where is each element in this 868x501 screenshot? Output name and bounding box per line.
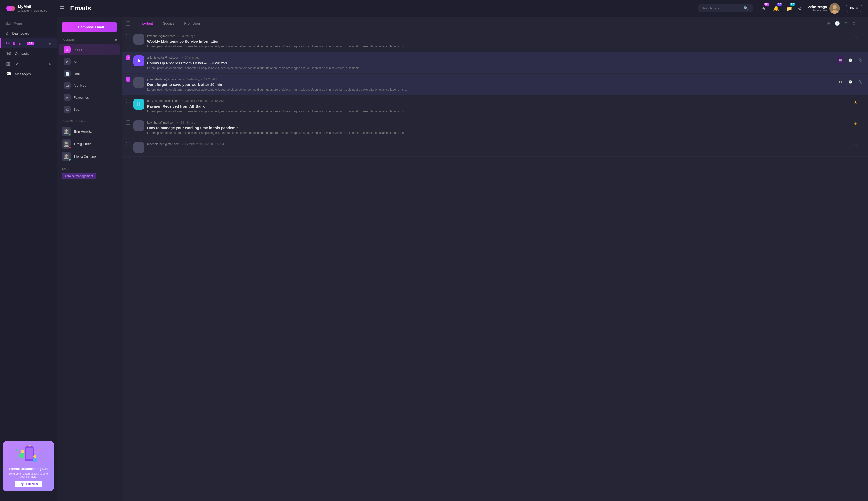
draft-folder-icon: 📄 [64,70,71,77]
compose-button[interactable]: + Compose Email [62,22,117,32]
table-row[interactable]: kevinhard@mail.com • 24 min ago Weekly M… [122,30,868,52]
friend-item-erin[interactable]: Erin Herwitz [62,125,117,138]
view-icon[interactable]: ⊞ [827,21,831,26]
friend-img-craig [64,141,69,147]
email-body-3: joannahsitepu@mail.com • Yesterday, at 1… [147,77,834,92]
email-actions-1: ☆ ⋮ [854,35,864,40]
email-checkbox-5[interactable] [126,120,130,125]
table-row[interactable]: kevinhard@mail.com • 24 min ago How to m… [122,117,868,138]
tags-title: TAGS [62,168,117,170]
svg-point-14 [15,457,19,461]
clock-icon-2: 🕐 [848,58,852,62]
friend-item-craig[interactable]: Craig Curtis [62,138,117,150]
star-nav-button[interactable]: ★ 38 [759,4,768,13]
hamburger-icon[interactable]: ☰ [60,6,64,11]
folder-item-archived[interactable]: 🗃 Archived [59,80,119,91]
sidebar-item-dashboard[interactable]: ⌂ Dashboard [0,28,57,38]
sidebar-label-email: Email [13,42,22,45]
settings-tab-icon[interactable]: ⚙ [852,21,856,26]
sidebar-label-event: Event [14,62,23,66]
folder-label-spam: Spam [74,108,82,111]
email-checkbox-4[interactable] [126,99,130,103]
more-action-1[interactable]: ⋮ [860,35,864,40]
settings-icon[interactable]: ⚙ [798,6,802,11]
sidebar-item-event[interactable]: ▦ Event ▶ [0,58,57,69]
friend-avatar-kierra [62,152,71,161]
email-checkbox-2[interactable] [126,55,130,60]
messages-icon: 💬 [6,71,11,76]
svg-point-18 [39,455,40,456]
brand-subtitle: Email Admin Dashboard [18,9,47,12]
language-button[interactable]: EN ▾ [846,5,862,12]
archive-action-2[interactable]: ⊡ [837,56,844,64]
folder-item-spam[interactable]: ⚠ Spam [59,104,119,115]
table-row[interactable]: joannahsitepu@mail.com • Yesterday, at 1… [122,74,868,95]
tab-socials[interactable]: Socials [158,17,179,30]
folder-badge: 67 [790,3,795,6]
attachment-action-2[interactable]: 📎 [857,56,864,64]
friend-item-kierra[interactable]: Kierra Culhane [62,150,117,162]
email-checkbox-1[interactable] [126,34,130,38]
clock-action-3[interactable]: 🕐 [847,78,854,85]
clock-icon[interactable]: 🕐 [835,21,840,26]
email-checkbox-3[interactable] [126,77,130,82]
recent-friends-section: RECENT FRIENDS Erin Herwitz [57,115,122,164]
email-avatar-4: H [133,99,144,109]
bell-icon: 🔔 [773,6,780,11]
search-icon[interactable]: 🔍 [743,6,749,11]
master-checkbox[interactable] [126,21,130,26]
folders-expand-icon[interactable]: » [115,37,117,42]
star-action-5[interactable]: ★ [854,121,857,127]
sidebar-item-email[interactable]: ✉ Email 38 ▶ [0,38,57,49]
more-action-5[interactable]: ⋮ [860,121,864,127]
star-action-1[interactable]: ☆ [854,35,857,40]
more-action-6[interactable]: ⋮ [860,143,864,148]
clock-action-2[interactable]: 🕐 [847,56,854,64]
email-time-2: 24 min ago [185,56,199,60]
archive-action-3[interactable]: ⊡ [837,78,844,85]
trash-icon[interactable]: 🗑 [844,21,848,26]
email-from-2: allientstudios@mail.com [147,56,180,60]
email-time-6: October 25th, 2020 08:55 AM [185,142,224,146]
folder-nav-button[interactable]: 📁 67 [785,4,794,13]
star-action-6[interactable]: ☆ [854,143,857,148]
chevron-down-icon: ▾ [856,7,858,10]
star-action-4[interactable]: ★ [854,100,857,105]
contacts-icon: ☎ [6,51,11,56]
table-row[interactable]: machelgreen@mail.com • October 25th, 202… [122,138,868,157]
more-icon[interactable]: ⋮ [860,21,864,26]
more-action-4[interactable]: ⋮ [860,100,864,105]
promo-title: Fitmail Broadcasting Bot [7,467,51,471]
friend-status-dot-erin [69,134,71,136]
sidebar-section-title: Main Menu [0,22,57,25]
avatar-letter-4: H [137,102,140,107]
attachment-action-3[interactable]: 📎 [857,78,864,85]
table-row[interactable]: A allientstudios@mail.com • 24 min ago F… [122,52,868,74]
email-actions-2: ⊡ 🕐 📎 [837,56,864,64]
tab-important[interactable]: Important [133,17,158,30]
folder-item-favourites[interactable]: ★ Favourites [59,92,119,103]
archive-icon-3: ⊡ [839,80,842,84]
email-subject-4: Paymen Received from AB Bank [147,104,850,108]
tab-promotion[interactable]: Promotion [179,17,205,30]
sidebar-item-contacts[interactable]: ☎ Contacts [0,49,57,58]
promo-button[interactable]: Try Free Now [15,481,42,487]
tag-chip-projectmanagement[interactable]: #projectmanagement [62,173,96,179]
search-input[interactable] [702,7,741,10]
email-checkbox-6[interactable] [126,142,130,146]
folder-item-inbox[interactable]: ✉ Inbox [59,44,119,55]
folder-icon: 📁 [786,6,792,11]
bell-nav-button[interactable]: 🔔 12 [772,4,781,13]
email-avatar-1 [133,34,144,45]
svg-point-16 [16,449,18,451]
email-body-1: kevinhard@mail.com • 24 min ago Weekly M… [147,34,850,48]
sidebar-label-messages: Messages [15,72,31,76]
email-time-3: Yesterday, at 11:24 AM [186,77,217,81]
folder-item-draft[interactable]: 📄 Draft [59,68,119,79]
email-body-5: kevinhard@mail.com • 24 min ago How to m… [147,120,850,135]
avatar[interactable] [829,3,840,14]
table-row[interactable]: H hanzelqueen@mail.com • October 25th, 2… [122,95,868,117]
sidebar-item-messages[interactable]: 💬 Messages [0,69,57,79]
folder-item-sent[interactable]: ➤ Sent [59,56,119,67]
promo-card: Fitmail Broadcasting Bot Send email auto… [3,441,54,491]
